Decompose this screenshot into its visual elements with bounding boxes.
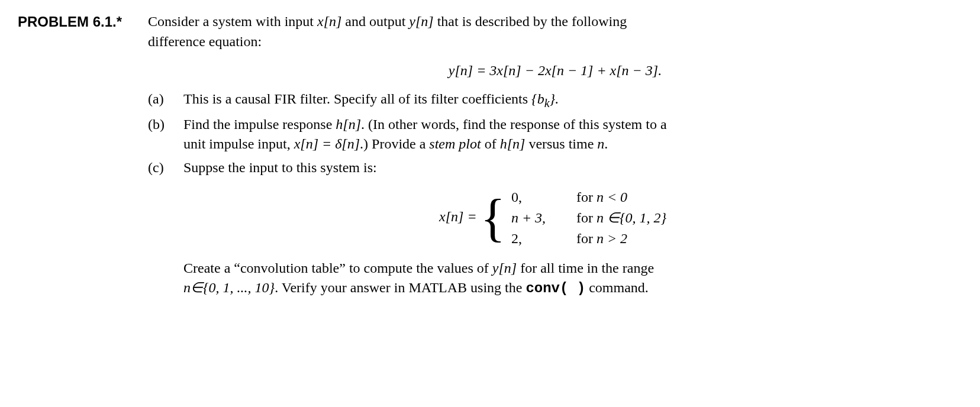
tail2b: . Verify your answer in MATLAB using the xyxy=(275,280,526,295)
problem-intro: Consider a system with input x[n] and ou… xyxy=(148,12,962,51)
left-brace-icon: { xyxy=(481,192,505,244)
part-b-hn2: h[n] xyxy=(500,136,526,151)
case1-expr: n < 0 xyxy=(597,189,627,205)
part-a-coef-open: {b xyxy=(531,91,544,106)
part-b-t6: versus time xyxy=(525,136,597,151)
case-table: 0, for n < 0 n + 3, for n ∈{0, 1, 2} 2, … xyxy=(511,187,707,248)
problem-body: y[n] = 3x[n] − 2x[n − 1] + x[n − 3]. (a)… xyxy=(148,61,962,299)
part-b-t5: of xyxy=(481,136,500,151)
case1-val: 0, xyxy=(511,187,576,208)
part-c-t1: Suppse the input to this system is: xyxy=(183,158,962,178)
part-c-tail: Create a “convolution table” to compute … xyxy=(183,257,962,299)
part-a: (a) This is a causal FIR filter. Specify… xyxy=(148,89,962,111)
part-b-stem: stem plot xyxy=(429,136,481,151)
case3-expr: n > 2 xyxy=(597,231,627,246)
part-b-body: Find the impulse response h[n]. (In othe… xyxy=(183,115,962,154)
part-b: (b) Find the impulse response h[n]. (In … xyxy=(148,115,962,154)
part-c-label: (c) xyxy=(148,158,183,178)
tail1a: Create a “convolution table” to compute … xyxy=(183,260,492,276)
intro-text-4: difference equation: xyxy=(148,32,962,52)
intro-text-3: that is described by the following xyxy=(434,14,627,29)
case1-for: for xyxy=(576,189,597,205)
part-b-xn-eq: x[n] = δ[n] xyxy=(294,136,360,151)
tail2a: n∈{0, 1, ..., 10} xyxy=(183,280,275,295)
part-b-hn: h[n] xyxy=(336,117,361,132)
case2-val: n + 3, xyxy=(511,208,576,228)
piecewise-lhs: x[n] = xyxy=(439,209,481,224)
case2-cond: for n ∈{0, 1, 2} xyxy=(576,208,707,228)
part-a-body: This is a causal FIR filter. Specify all… xyxy=(183,89,962,111)
piecewise-cases: { 0, for n < 0 n + 3, for n ∈{0, 1, 2} 2… xyxy=(481,187,707,248)
difference-equation: y[n] = 3x[n] − 2x[n − 1] + x[n − 3]. xyxy=(148,61,962,81)
tail1b: for all time in the range xyxy=(517,260,654,276)
case3-for: for xyxy=(576,231,597,246)
case2-for: for xyxy=(576,210,597,225)
part-b-label: (b) xyxy=(148,115,183,135)
piecewise-definition: x[n] = { 0, for n < 0 n + 3, for n ∈{0, … xyxy=(183,187,962,248)
intro-text-1: Consider a system with input xyxy=(148,14,317,29)
part-a-label: (a) xyxy=(148,89,183,109)
part-b-t3: unit impulse input, xyxy=(183,136,294,151)
conv-code: conv( ) xyxy=(526,280,585,296)
part-c: (c) Suppse the input to this system is: … xyxy=(148,158,962,299)
equation-text: y[n] = 3x[n] − 2x[n − 1] + x[n − 3]. xyxy=(449,63,662,78)
part-b-n: n xyxy=(597,136,604,151)
intro-text-2: and output xyxy=(341,14,409,29)
problem-header-row: PROBLEM 6.1.* Consider a system with inp… xyxy=(18,12,962,51)
case1-cond: for n < 0 xyxy=(576,187,707,208)
tail-yn: y[n] xyxy=(492,260,517,276)
part-c-body: Suppse the input to this system is: x[n]… xyxy=(183,158,962,299)
intro-yn: y[n] xyxy=(409,14,433,29)
problem-label: PROBLEM 6.1.* xyxy=(18,12,148,32)
case-row-1: 0, for n < 0 xyxy=(511,187,707,208)
part-b-t7: . xyxy=(604,136,608,151)
part-b-t4: .) Provide a xyxy=(360,136,429,151)
intro-xn: x[n] xyxy=(317,14,341,29)
case2-expr: n ∈{0, 1, 2} xyxy=(597,210,666,225)
case-row-3: 2, for n > 2 xyxy=(511,228,707,249)
part-a-coef-sub: k xyxy=(544,96,550,109)
part-b-t2: . (In other words, find the response of … xyxy=(361,117,667,132)
part-b-t1: Find the impulse response xyxy=(183,117,336,132)
case3-val: 2, xyxy=(511,228,576,249)
case3-cond: for n > 2 xyxy=(576,228,707,249)
case-row-2: n + 3, for n ∈{0, 1, 2} xyxy=(511,208,707,228)
part-a-coef-close: }. xyxy=(550,91,559,106)
part-a-text: This is a causal FIR filter. Specify all… xyxy=(183,91,531,106)
tail2c: command. xyxy=(585,280,649,295)
